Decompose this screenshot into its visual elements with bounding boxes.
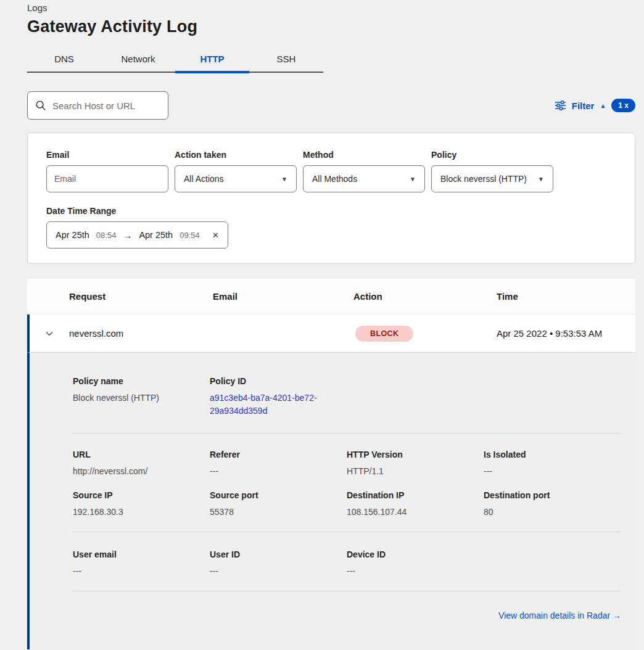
detail-source-port: Source port 55378 <box>210 490 347 517</box>
referer-value: --- <box>210 466 347 476</box>
tab-http[interactable]: HTTP <box>175 47 249 72</box>
action-taken-value: All Actions <box>184 174 224 184</box>
column-header-time: Time <box>497 291 635 302</box>
divider <box>73 433 621 434</box>
method-field: Method All Methods ▼ <box>303 150 425 192</box>
destination-port-label: Destination port <box>484 490 621 500</box>
tab-ssh[interactable]: SSH <box>249 47 323 72</box>
policy-name-label: Policy name <box>73 376 210 386</box>
policy-label: Policy <box>431 150 553 160</box>
policy-id-label: Policy ID <box>210 376 347 386</box>
device-id-value: --- <box>347 566 484 576</box>
url-label: URL <box>73 450 210 459</box>
method-label: Method <box>303 150 425 160</box>
policy-field: Policy Block neverssl (HTTP) ▼ <box>431 150 553 192</box>
filter-count-badge[interactable]: 1 x <box>611 99 635 112</box>
tab-dns[interactable]: DNS <box>27 47 101 72</box>
column-header-email: Email <box>213 291 353 302</box>
block-status-badge: BLOCK <box>355 326 413 342</box>
date-time-range-field: Date Time Range Apr 25th 08:54 → Apr 25t… <box>46 206 616 249</box>
policy-section: Policy name Block neverssl (HTTP) Policy… <box>73 376 621 418</box>
column-header-action: Action <box>353 291 497 302</box>
user-email-label: User email <box>73 549 210 559</box>
method-select[interactable]: All Methods ▼ <box>303 165 425 192</box>
filter-controls: Filter ▲ 1 x <box>555 99 635 112</box>
user-section: User email --- User ID --- Device ID --- <box>73 549 621 576</box>
row-request-host: neverssl.com <box>69 328 213 339</box>
policy-name-value: Block neverssl (HTTP) <box>73 393 210 403</box>
chevron-down-icon: ▼ <box>538 176 544 183</box>
detail-device-id: Device ID --- <box>347 549 484 576</box>
http-request-section: URL http://neverssl.com/ Referer --- HTT… <box>73 450 621 476</box>
detail-is-isolated: Is Isolated --- <box>484 450 621 476</box>
breadcrumb: Logs <box>27 2 644 13</box>
user-email-value: --- <box>73 566 210 576</box>
search-input[interactable] <box>52 101 160 111</box>
expanded-row-details: Policy name Block neverssl (HTTP) Policy… <box>27 353 635 649</box>
http-version-label: HTTP Version <box>347 450 484 459</box>
row-time: Apr 25 2022 • 9:53:53 AM <box>497 328 635 339</box>
filter-toggle-button[interactable]: Filter <box>572 101 595 111</box>
page-title: Gateway Activity Log <box>27 17 644 36</box>
detail-source-ip: Source IP 192.168.30.3 <box>73 490 210 517</box>
device-id-label: Device ID <box>347 549 484 559</box>
search-icon <box>35 100 46 111</box>
detail-user-id: User ID --- <box>210 549 347 576</box>
search-box[interactable] <box>27 91 168 120</box>
method-value: All Methods <box>312 174 357 184</box>
activity-log-table: Request Email Action Time neverssl.com B… <box>27 279 635 649</box>
destination-ip-label: Destination IP <box>347 490 484 500</box>
is-isolated-label: Is Isolated <box>484 450 621 459</box>
detail-destination-ip: Destination IP 108.156.107.44 <box>347 490 484 517</box>
table-header-row: Request Email Action Time <box>27 279 635 315</box>
user-id-value: --- <box>210 566 347 576</box>
log-type-tabs: DNS Network HTTP SSH <box>27 47 323 73</box>
arrow-right-icon: → <box>123 230 132 241</box>
email-filter-input[interactable] <box>46 165 168 192</box>
chevron-down-icon: ▼ <box>281 176 287 183</box>
destination-port-value: 80 <box>484 507 621 517</box>
detail-http-version: HTTP Version HTTP/1.1 <box>347 450 484 476</box>
detail-url: URL http://neverssl.com/ <box>73 450 210 476</box>
destination-ip-value: 108.156.107.44 <box>347 507 484 517</box>
collapse-row-chevron-icon[interactable] <box>30 329 69 339</box>
start-date: Apr 25th <box>56 230 89 240</box>
source-ip-label: Source IP <box>73 490 210 500</box>
table-row[interactable]: neverssl.com BLOCK Apr 25 2022 • 9:53:53… <box>27 315 635 353</box>
source-port-label: Source port <box>210 490 347 500</box>
network-section: Source IP 192.168.30.3 Source port 55378… <box>73 490 621 517</box>
source-port-value: 55378 <box>210 507 347 517</box>
action-taken-label: Action taken <box>175 150 297 160</box>
toolbar: Filter ▲ 1 x <box>27 91 635 120</box>
date-time-range-label: Date Time Range <box>46 206 616 216</box>
divider <box>73 532 621 532</box>
gateway-activity-log-page: Logs Gateway Activity Log DNS Network HT… <box>0 0 644 649</box>
column-header-request: Request <box>69 291 213 302</box>
url-value: http://neverssl.com/ <box>73 466 210 476</box>
date-range-picker[interactable]: Apr 25th 08:54 → Apr 25th 09:54 ✕ <box>46 221 228 249</box>
policy-id-link[interactable]: a91c3eb4-ba7a-4201-be72-29a934dd359d <box>210 392 320 418</box>
referer-label: Referer <box>210 450 347 459</box>
clear-date-range-icon[interactable]: ✕ <box>212 231 219 240</box>
end-time: 09:54 <box>180 231 200 240</box>
action-taken-select[interactable]: All Actions ▼ <box>175 165 297 192</box>
email-filter-field: Email <box>46 150 168 192</box>
detail-user-email: User email --- <box>73 549 210 576</box>
start-time: 08:54 <box>96 231 117 240</box>
filter-panel: Email Action taken All Actions ▼ Method … <box>27 133 635 264</box>
email-filter-label: Email <box>46 150 168 160</box>
policy-select[interactable]: Block neverssl (HTTP) ▼ <box>431 165 553 192</box>
policy-value: Block neverssl (HTTP) <box>440 174 527 184</box>
view-domain-in-radar-link[interactable]: View domain details in Radar → <box>498 611 621 620</box>
chevron-down-icon: ▼ <box>410 176 416 183</box>
detail-referer: Referer --- <box>210 450 347 476</box>
divider <box>73 591 621 591</box>
http-version-value: HTTP/1.1 <box>347 466 484 476</box>
detail-destination-port: Destination port 80 <box>484 490 621 517</box>
source-ip-value: 192.168.30.3 <box>73 507 210 517</box>
tab-network[interactable]: Network <box>101 47 175 72</box>
end-date: Apr 25th <box>139 230 173 240</box>
detail-policy-name: Policy name Block neverssl (HTTP) <box>73 376 210 418</box>
collapse-filters-icon[interactable]: ▲ <box>600 102 606 109</box>
detail-policy-id: Policy ID a91c3eb4-ba7a-4201-be72-29a934… <box>210 376 347 418</box>
